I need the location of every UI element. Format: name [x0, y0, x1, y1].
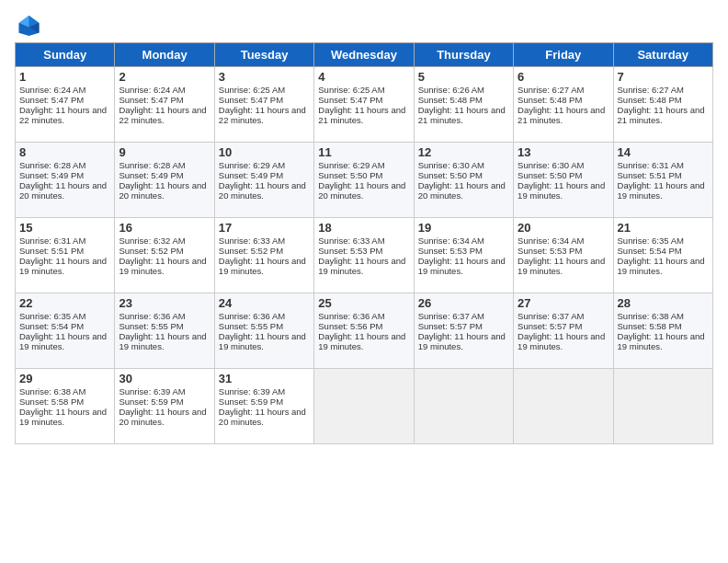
calendar-cell: 25Sunrise: 6:36 AMSunset: 5:56 PMDayligh…	[314, 293, 414, 369]
calendar-cell: 28Sunrise: 6:38 AMSunset: 5:58 PMDayligh…	[613, 293, 712, 369]
sunrise-text: Sunrise: 6:36 AM	[119, 311, 185, 321]
calendar-cell: 8Sunrise: 6:28 AMSunset: 5:49 PMDaylight…	[16, 143, 115, 218]
calendar-cell: 17Sunrise: 6:33 AMSunset: 5:52 PMDayligh…	[214, 218, 313, 293]
calendar-cell: 24Sunrise: 6:36 AMSunset: 5:55 PMDayligh…	[214, 293, 313, 369]
day-number: 26	[418, 296, 509, 310]
calendar-cell: 7Sunrise: 6:27 AMSunset: 5:48 PMDaylight…	[613, 67, 712, 143]
calendar-cell: 3Sunrise: 6:25 AMSunset: 5:47 PMDaylight…	[214, 67, 313, 143]
sunrise-text: Sunrise: 6:36 AM	[318, 311, 384, 321]
day-of-week-header: Saturday	[613, 43, 712, 67]
sunset-text: Sunset: 5:58 PM	[19, 396, 84, 407]
calendar-cell	[414, 369, 513, 444]
header	[15, 9, 713, 39]
calendar-week-row: 15Sunrise: 6:31 AMSunset: 5:51 PMDayligh…	[16, 218, 713, 293]
daylight-text: Daylight: 11 hours and 19 minutes.	[119, 331, 206, 351]
calendar-cell: 12Sunrise: 6:30 AMSunset: 5:50 PMDayligh…	[414, 143, 513, 218]
daylight-text: Daylight: 11 hours and 19 minutes.	[19, 407, 107, 427]
calendar-cell	[514, 369, 613, 444]
sunrise-text: Sunrise: 6:38 AM	[19, 386, 85, 396]
day-of-week-header: Monday	[115, 43, 214, 67]
sunrise-text: Sunrise: 6:28 AM	[119, 160, 185, 170]
page: SundayMondayTuesdayWednesdayThursdayFrid…	[0, 0, 728, 452]
day-number: 10	[219, 145, 310, 159]
sunrise-text: Sunrise: 6:39 AM	[119, 386, 185, 396]
daylight-text: Daylight: 11 hours and 19 minutes.	[318, 331, 405, 351]
sunrise-text: Sunrise: 6:26 AM	[418, 85, 484, 95]
calendar-cell: 10Sunrise: 6:29 AMSunset: 5:49 PMDayligh…	[214, 143, 313, 218]
sunset-text: Sunset: 5:53 PM	[318, 246, 382, 256]
sunset-text: Sunset: 5:59 PM	[219, 396, 283, 407]
calendar-body: 1Sunrise: 6:24 AMSunset: 5:47 PMDaylight…	[16, 67, 713, 444]
sunrise-text: Sunrise: 6:38 AM	[618, 311, 684, 321]
sunrise-text: Sunrise: 6:34 AM	[518, 236, 584, 246]
day-number: 27	[518, 296, 609, 310]
sunrise-text: Sunrise: 6:37 AM	[418, 311, 484, 321]
day-of-week-header: Friday	[514, 43, 613, 67]
day-number: 3	[219, 70, 310, 84]
sunset-text: Sunset: 5:54 PM	[19, 321, 84, 331]
daylight-text: Daylight: 11 hours and 20 minutes.	[119, 180, 206, 201]
day-number: 12	[418, 145, 509, 159]
sunset-text: Sunset: 5:48 PM	[518, 95, 582, 105]
sunset-text: Sunset: 5:52 PM	[119, 246, 183, 256]
daylight-text: Daylight: 11 hours and 20 minutes.	[418, 180, 506, 201]
sunrise-text: Sunrise: 6:35 AM	[618, 236, 684, 246]
daylight-text: Daylight: 11 hours and 19 minutes.	[19, 331, 107, 351]
calendar-cell: 18Sunrise: 6:33 AMSunset: 5:53 PMDayligh…	[314, 218, 414, 293]
sunset-text: Sunset: 5:52 PM	[219, 246, 283, 256]
sunset-text: Sunset: 5:57 PM	[418, 321, 483, 331]
calendar-cell: 15Sunrise: 6:31 AMSunset: 5:51 PMDayligh…	[16, 218, 115, 293]
calendar-cell: 31Sunrise: 6:39 AMSunset: 5:59 PMDayligh…	[214, 369, 313, 444]
sunrise-text: Sunrise: 6:28 AM	[19, 160, 85, 170]
sunrise-text: Sunrise: 6:27 AM	[618, 85, 684, 95]
day-of-week-row: SundayMondayTuesdayWednesdayThursdayFrid…	[16, 43, 713, 67]
sunrise-text: Sunrise: 6:35 AM	[19, 311, 85, 321]
daylight-text: Daylight: 11 hours and 19 minutes.	[418, 256, 506, 276]
calendar-cell: 21Sunrise: 6:35 AMSunset: 5:54 PMDayligh…	[613, 218, 712, 293]
day-number: 15	[19, 221, 110, 235]
calendar-cell: 4Sunrise: 6:25 AMSunset: 5:47 PMDaylight…	[314, 67, 414, 143]
daylight-text: Daylight: 11 hours and 21 minutes.	[618, 105, 705, 125]
day-number: 11	[318, 145, 409, 159]
calendar-cell: 9Sunrise: 6:28 AMSunset: 5:49 PMDaylight…	[115, 143, 214, 218]
day-number: 23	[119, 296, 210, 310]
sunrise-text: Sunrise: 6:30 AM	[418, 160, 484, 170]
daylight-text: Daylight: 11 hours and 19 minutes.	[518, 180, 605, 201]
calendar-cell: 27Sunrise: 6:37 AMSunset: 5:57 PMDayligh…	[514, 293, 613, 369]
daylight-text: Daylight: 11 hours and 19 minutes.	[518, 256, 605, 276]
sunset-text: Sunset: 5:53 PM	[518, 246, 582, 256]
sunset-text: Sunset: 5:57 PM	[518, 321, 582, 331]
day-number: 1	[19, 70, 110, 84]
day-number: 9	[119, 145, 210, 159]
calendar-table: SundayMondayTuesdayWednesdayThursdayFrid…	[15, 42, 713, 444]
calendar-cell: 26Sunrise: 6:37 AMSunset: 5:57 PMDayligh…	[414, 293, 513, 369]
day-number: 31	[219, 372, 310, 385]
daylight-text: Daylight: 11 hours and 19 minutes.	[119, 256, 206, 276]
calendar-cell: 14Sunrise: 6:31 AMSunset: 5:51 PMDayligh…	[613, 143, 712, 218]
daylight-text: Daylight: 11 hours and 19 minutes.	[518, 331, 605, 351]
sunset-text: Sunset: 5:48 PM	[418, 95, 483, 105]
day-number: 14	[618, 145, 709, 159]
sunrise-text: Sunrise: 6:31 AM	[19, 236, 85, 246]
sunset-text: Sunset: 5:49 PM	[219, 170, 283, 180]
calendar-cell: 23Sunrise: 6:36 AMSunset: 5:55 PMDayligh…	[115, 293, 214, 369]
sunrise-text: Sunrise: 6:27 AM	[518, 85, 584, 95]
day-number: 18	[318, 221, 409, 235]
sunset-text: Sunset: 5:58 PM	[618, 321, 682, 331]
sunset-text: Sunset: 5:59 PM	[119, 396, 183, 407]
calendar-cell: 11Sunrise: 6:29 AMSunset: 5:50 PMDayligh…	[314, 143, 414, 218]
calendar-cell: 1Sunrise: 6:24 AMSunset: 5:47 PMDaylight…	[16, 67, 115, 143]
day-number: 13	[518, 145, 609, 159]
sunrise-text: Sunrise: 6:29 AM	[318, 160, 384, 170]
day-number: 4	[318, 70, 409, 84]
daylight-text: Daylight: 11 hours and 20 minutes.	[19, 180, 107, 201]
day-number: 5	[418, 70, 509, 84]
calendar-week-row: 29Sunrise: 6:38 AMSunset: 5:58 PMDayligh…	[16, 369, 713, 444]
sunset-text: Sunset: 5:53 PM	[418, 246, 483, 256]
daylight-text: Daylight: 11 hours and 19 minutes.	[618, 331, 705, 351]
calendar-cell: 30Sunrise: 6:39 AMSunset: 5:59 PMDayligh…	[115, 369, 214, 444]
calendar-cell: 5Sunrise: 6:26 AMSunset: 5:48 PMDaylight…	[414, 67, 513, 143]
daylight-text: Daylight: 11 hours and 19 minutes.	[19, 256, 107, 276]
daylight-text: Daylight: 11 hours and 19 minutes.	[618, 256, 705, 276]
logo	[15, 13, 42, 39]
